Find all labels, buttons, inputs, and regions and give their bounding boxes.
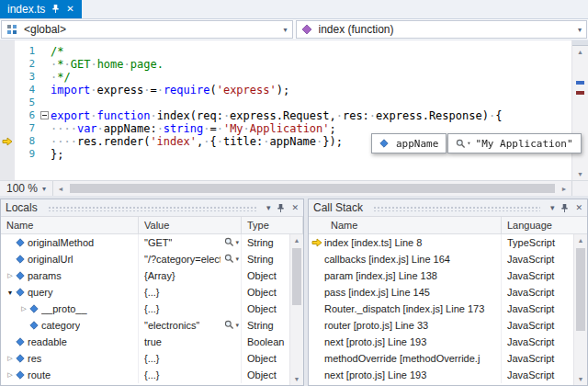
fold-margin[interactable] [40, 96, 51, 109]
fold-margin[interactable] [40, 45, 51, 58]
locals-scrollbar[interactable]: ▲ ▼ [289, 234, 303, 385]
fold-margin[interactable] [40, 84, 51, 96]
locals-row[interactable]: ▼query{...}Object [1, 284, 289, 301]
scrollbar-thumb[interactable] [70, 184, 555, 193]
magnifier-icon[interactable]: ▾ [456, 139, 470, 149]
variable-type: String [242, 237, 289, 248]
code-token: express.Request, [230, 109, 336, 122]
expander-icon[interactable]: ▷ [5, 272, 16, 279]
pin-icon[interactable] [277, 203, 285, 213]
pin-icon[interactable] [51, 4, 60, 14]
breakpoint-margin[interactable] [0, 135, 15, 148]
window-position-icon[interactable]: ▾ [266, 203, 271, 212]
fold-margin[interactable] [40, 135, 51, 148]
scroll-up-icon[interactable]: ▲ [290, 234, 303, 246]
breakpoint-margin[interactable] [0, 96, 15, 109]
fold-margin[interactable] [40, 148, 51, 161]
callstack-row[interactable]: methodOverride [methodOverride.jJavaScri… [309, 350, 573, 367]
breakpoint-margin[interactable] [0, 71, 15, 84]
scroll-up-icon[interactable]: ▲ [574, 234, 587, 246]
collapse-icon[interactable] [40, 111, 49, 119]
locals-row[interactable]: ▷route{...}Object [1, 367, 289, 383]
scroll-right-icon[interactable]: ► [557, 181, 571, 196]
breakpoint-margin[interactable] [0, 122, 15, 135]
column-header-value[interactable]: Value [139, 217, 242, 233]
editor-vertical-scrollbar[interactable]: ▲ ▼ [571, 40, 588, 180]
code-editor[interactable]: 1/*2·*·GET·home·page.3·*/4import·express… [0, 40, 588, 180]
breakpoint-margin[interactable] [0, 148, 15, 161]
datatip-variable-box[interactable]: appName [371, 133, 447, 153]
close-icon[interactable]: ✕ [575, 203, 582, 212]
locals-row[interactable]: ▷res{...}Object [1, 350, 289, 367]
pin-icon[interactable] [560, 203, 569, 213]
scroll-down-icon[interactable]: ▼ [574, 373, 587, 385]
close-icon[interactable]: ✕ [66, 5, 74, 14]
column-header-language[interactable]: Language [502, 217, 587, 233]
magnifier-icon[interactable]: ▾ [224, 254, 239, 264]
code-token: · [369, 109, 376, 122]
column-header-name[interactable]: Name [1, 217, 139, 233]
breakpoint-margin[interactable] [0, 84, 15, 96]
frame-name: next [proto.js] Line 193 [324, 367, 502, 383]
field-icon [16, 337, 28, 346]
scroll-down-icon[interactable]: ▼ [290, 373, 303, 385]
line-number: 1 [15, 45, 40, 58]
callstack-row[interactable]: callbacks [index.js] Line 164JavaScript [309, 251, 573, 267]
expander-icon[interactable]: ▷ [18, 305, 29, 312]
member-dropdown[interactable]: index (function) ▾ [296, 20, 588, 39]
breakpoint-margin[interactable] [0, 109, 15, 122]
code-token: var [77, 122, 97, 135]
locals-row[interactable]: category"electronics"▾String [1, 317, 289, 334]
frame-language: JavaScript [502, 320, 573, 331]
frame-name: next [proto.js] Line 193 [324, 334, 502, 350]
expander-icon[interactable]: ▷ [5, 355, 16, 362]
fold-margin[interactable] [40, 58, 51, 71]
locals-row[interactable]: readabletrueBoolean [1, 334, 289, 350]
scrollbar-thumb[interactable] [292, 248, 301, 305]
callstack-row[interactable]: param [index.js] Line 138JavaScript [309, 267, 573, 284]
callstack-row[interactable]: next [proto.js] Line 193JavaScript [309, 367, 573, 383]
callstack-titlebar[interactable]: Call Stack ▾ ✕ [309, 199, 587, 217]
fold-margin[interactable] [40, 109, 51, 122]
locals-titlebar[interactable]: Locals ▾ ✕ [1, 199, 303, 217]
fold-margin[interactable] [40, 122, 51, 135]
callstack-row[interactable]: router [proto.js] Line 33JavaScript [309, 317, 573, 334]
field-icon [16, 238, 28, 247]
callstack-row[interactable]: next [proto.js] Line 193JavaScript [309, 334, 573, 350]
variable-name: originalMethod [28, 237, 94, 248]
column-header-name[interactable]: Name [309, 217, 502, 233]
callstack-scrollbar[interactable]: ▲ ▼ [573, 234, 587, 385]
zoom-dropdown[interactable]: 100 % ▾ [0, 181, 53, 196]
scroll-up-icon[interactable]: ▲ [572, 46, 588, 58]
datatip-value-box[interactable]: ▾ "My Application" [447, 133, 581, 153]
locals-row[interactable]: originalUrl"/?category=electronics"▾Stri… [1, 251, 289, 267]
expander-icon[interactable]: ▷ [5, 371, 16, 379]
callstack-row[interactable]: index [index.ts] Line 8TypeScript [309, 234, 573, 251]
expander-icon[interactable]: ▼ [5, 290, 16, 296]
fold-margin[interactable] [40, 71, 51, 84]
code-token: · [63, 58, 70, 71]
breakpoint-margin[interactable] [0, 58, 15, 71]
scope-dropdown[interactable]: <global> ▾ [1, 20, 293, 39]
close-icon[interactable]: ✕ [291, 203, 299, 212]
tab-index-ts[interactable]: index.ts ✕ [0, 0, 82, 18]
magnifier-icon[interactable]: ▾ [224, 320, 239, 330]
breakpoint-margin[interactable] [0, 45, 15, 58]
code-token: }); [322, 135, 343, 148]
code-token: express [97, 84, 144, 96]
horizontal-scrollbar[interactable] [68, 181, 557, 196]
column-header-type[interactable]: Type [242, 217, 303, 233]
code-token: express.Response) [376, 109, 489, 122]
locals-row[interactable]: ▷params{Array}Object [1, 267, 289, 284]
window-position-icon[interactable]: ▾ [550, 203, 555, 212]
locals-row[interactable]: ▷__proto__{...}Object [1, 301, 289, 317]
code-token: · [124, 58, 130, 71]
scroll-down-icon[interactable]: ▼ [572, 168, 588, 180]
callstack-row[interactable]: Router._dispatch [index.js] Line 173Java… [309, 301, 573, 317]
scroll-left-icon[interactable]: ◄ [53, 181, 68, 196]
callstack-row[interactable]: pass [index.js] Line 145JavaScript [309, 284, 573, 301]
magnifier-icon[interactable]: ▾ [224, 237, 239, 247]
scrollbar-thumb[interactable] [576, 248, 585, 331]
scope-label: <global> [24, 23, 277, 36]
locals-row[interactable]: originalMethod"GET"▾String [1, 234, 289, 251]
